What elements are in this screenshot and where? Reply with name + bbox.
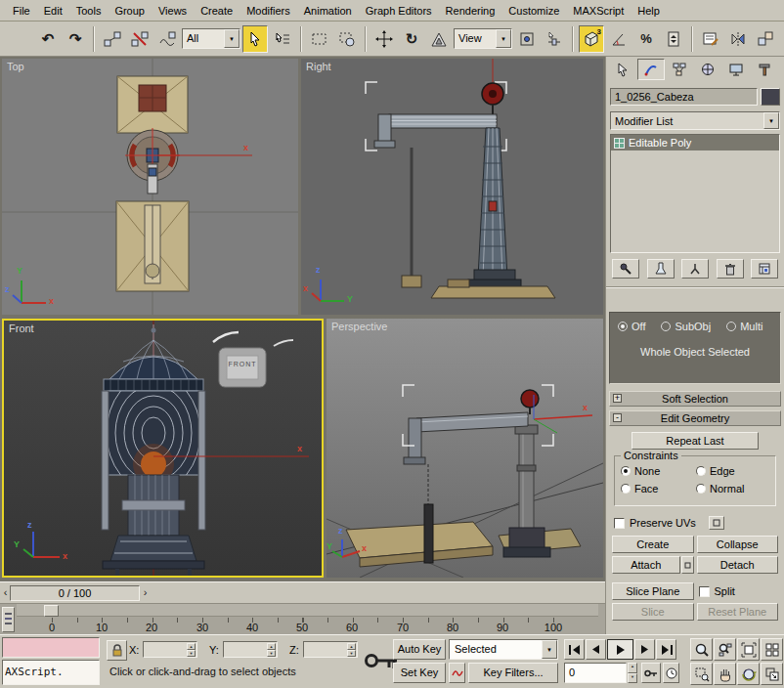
collapse-button[interactable]: Collapse xyxy=(697,536,779,553)
tab-modify[interactable] xyxy=(637,59,665,80)
time-slider-handle[interactable] xyxy=(44,605,59,617)
min-max-toggle-button[interactable] xyxy=(761,663,783,685)
radio-selection-off[interactable] xyxy=(618,322,628,331)
rectangular-selection-region-icon[interactable] xyxy=(307,25,332,53)
modifier-stack-item[interactable]: Editable Poly xyxy=(611,135,779,150)
radio-constraint-none[interactable] xyxy=(621,466,631,476)
time-step-forward-arrow[interactable]: › xyxy=(141,586,150,601)
select-and-move-icon[interactable] xyxy=(371,25,397,53)
object-name-field[interactable]: 1_0256_Cabeza xyxy=(610,88,758,106)
redo-icon[interactable]: ↷ xyxy=(63,25,88,53)
attach-button[interactable]: Attach xyxy=(612,556,680,574)
viewport-perspective-label[interactable]: Perspective xyxy=(331,321,387,332)
menu-maxscript[interactable]: MAXScript xyxy=(566,2,631,20)
maxscript-listener-macro-pane[interactable] xyxy=(2,637,100,658)
previous-frame-button[interactable] xyxy=(586,639,606,660)
chevron-down-icon[interactable]: ▼ xyxy=(224,29,240,48)
menu-edit[interactable]: Edit xyxy=(37,2,69,20)
zoom-extents-button[interactable] xyxy=(737,638,760,661)
expand-icon[interactable]: + xyxy=(613,394,622,403)
zoom-extents-all-button[interactable] xyxy=(761,638,783,661)
arc-rotate-button[interactable] xyxy=(737,663,760,685)
select-and-link-icon[interactable] xyxy=(100,25,125,53)
set-key-button[interactable]: Set Key xyxy=(393,663,446,683)
rollout-soft-selection[interactable]: + Soft Selection xyxy=(609,391,781,407)
select-object-icon[interactable] xyxy=(242,25,268,53)
bind-to-space-warp-icon[interactable] xyxy=(154,25,180,53)
tab-motion[interactable] xyxy=(694,59,721,80)
menu-create[interactable]: Create xyxy=(194,2,240,20)
chevron-down-icon[interactable]: ▼ xyxy=(542,640,557,659)
radio-constraint-normal[interactable] xyxy=(696,484,706,494)
zoom-button[interactable] xyxy=(690,638,713,661)
chevron-down-icon[interactable]: ▼ xyxy=(763,112,779,129)
play-animation-button[interactable] xyxy=(607,639,633,660)
tab-utilities[interactable] xyxy=(751,59,778,80)
radio-selection-subobj[interactable] xyxy=(661,322,671,331)
z-coordinate-field[interactable]: ▲▼ xyxy=(303,641,358,658)
menu-modifiers[interactable]: Modifiers xyxy=(240,2,297,20)
z-spinner[interactable]: ▲▼ xyxy=(347,643,356,656)
select-and-scale-icon[interactable] xyxy=(426,25,452,53)
viewport-right[interactable]: Right z Y x xyxy=(301,59,603,315)
collapse-icon[interactable]: - xyxy=(613,413,622,422)
menu-group[interactable]: Group xyxy=(108,2,152,20)
radio-constraint-face[interactable] xyxy=(621,484,631,494)
modifier-list-dropdown[interactable]: Modifier List ▼ xyxy=(610,111,780,130)
preserve-uvs-settings-button[interactable] xyxy=(709,516,724,530)
menu-views[interactable]: Views xyxy=(152,2,194,20)
key-mode-toggle-button[interactable] xyxy=(641,663,661,683)
show-end-result-icon[interactable] xyxy=(647,259,675,279)
viewport-front-label[interactable]: Front xyxy=(9,322,34,334)
set-key-curve-toggle[interactable] xyxy=(449,663,465,683)
maxscript-mini-listener[interactable]: AXScript. xyxy=(2,660,100,685)
viewport-front-active[interactable]: Front FRONT z x Y x xyxy=(2,319,324,578)
viewport-right-label[interactable]: Right xyxy=(306,61,331,72)
radio-constraint-edge[interactable] xyxy=(696,466,706,476)
transform-lock-button[interactable] xyxy=(107,640,127,661)
remove-modifier-icon[interactable] xyxy=(717,259,744,279)
spinner-snap-icon[interactable] xyxy=(661,25,686,53)
unlink-selection-icon[interactable] xyxy=(127,25,152,53)
rollout-edit-geometry[interactable]: - Edit Geometry xyxy=(609,410,781,426)
menu-graph-editors[interactable]: Graph Editors xyxy=(359,2,439,20)
detach-button[interactable]: Detach xyxy=(697,556,779,574)
chevron-down-icon[interactable]: ▼ xyxy=(496,29,511,48)
time-step-back-arrow[interactable]: ‹ xyxy=(1,586,10,601)
menu-tools[interactable]: Tools xyxy=(69,2,109,20)
go-to-end-button[interactable] xyxy=(656,639,676,660)
create-button[interactable]: Create xyxy=(612,536,694,553)
select-and-manipulate-icon[interactable] xyxy=(542,25,567,53)
tab-display[interactable] xyxy=(722,59,750,80)
zoom-all-button[interactable] xyxy=(714,638,736,661)
key-filters-button[interactable]: Key Filters... xyxy=(468,663,558,683)
frame-spinner[interactable]: ▲▼ xyxy=(628,663,637,683)
make-unique-icon[interactable] xyxy=(681,259,709,279)
tab-create[interactable] xyxy=(609,59,636,80)
modifier-stack-list[interactable]: Editable Poly xyxy=(610,134,780,253)
timeline-ruler[interactable]: 0 10 20 30 40 50 60 70 80 90 100 xyxy=(17,604,598,635)
percent-snap-icon[interactable]: % xyxy=(633,25,659,53)
pan-view-button[interactable] xyxy=(714,663,736,685)
viewport-top-label[interactable]: Top xyxy=(7,61,24,72)
angle-snap-icon[interactable] xyxy=(606,25,632,53)
mini-curve-editor-button[interactable] xyxy=(2,607,15,632)
menu-help[interactable]: Help xyxy=(631,2,667,20)
pin-stack-icon[interactable] xyxy=(612,259,639,279)
snaps-toggle-icon[interactable]: 3 xyxy=(579,25,604,53)
repeat-last-button[interactable]: Repeat Last xyxy=(632,432,759,450)
region-zoom-button[interactable] xyxy=(690,663,713,685)
mirror-icon[interactable] xyxy=(725,25,751,53)
menu-file[interactable]: File xyxy=(6,2,37,20)
selection-filter-dropdown[interactable]: All ▼ xyxy=(182,28,240,49)
reference-coordinate-dropdown[interactable]: View ▼ xyxy=(454,28,512,49)
slice-plane-button[interactable]: Slice Plane xyxy=(612,582,694,600)
y-coordinate-field[interactable]: ▲▼ xyxy=(223,641,278,658)
radio-selection-multi[interactable] xyxy=(726,322,736,331)
auto-key-button[interactable]: Auto Key xyxy=(393,639,446,660)
view-cube-front-label[interactable]: FRONT xyxy=(223,361,262,367)
y-spinner[interactable]: ▲▼ xyxy=(267,643,276,656)
time-slider-readout[interactable]: 0 / 100 xyxy=(10,585,140,601)
x-coordinate-field[interactable]: ▲▼ xyxy=(143,641,197,658)
menu-animation[interactable]: Animation xyxy=(297,2,359,20)
